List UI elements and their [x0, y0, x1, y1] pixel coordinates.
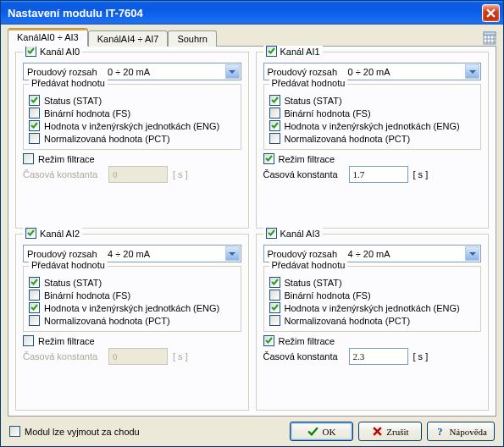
channel-group-ai2: Kanál AI2 Proudový rozsah 4 ÷ 20 mA Před…: [15, 234, 249, 411]
help-button[interactable]: ? Nápověda: [427, 422, 495, 441]
filter-mode-checkbox[interactable]: [263, 335, 274, 346]
tab-label: KanálAI0 ÷ AI3: [17, 32, 79, 42]
range-value: 4 ÷ 20 mA: [348, 249, 390, 259]
pct-checkbox[interactable]: [29, 315, 40, 326]
transmit-group: Předávat hodnotu Status (STAT) Binární h…: [263, 266, 482, 332]
status-checkbox[interactable]: [29, 277, 40, 288]
question-icon: ?: [435, 426, 446, 437]
cancel-button[interactable]: Zrušit: [358, 422, 422, 441]
close-button[interactable]: [482, 4, 500, 22]
tab-label: Souhrn: [177, 34, 207, 44]
dialog-window: Nastavení modulu IT-7604 KanálAI0 ÷ AI3 …: [0, 0, 504, 447]
eng-checkbox[interactable]: [269, 302, 280, 313]
time-constant-input[interactable]: [349, 348, 408, 365]
channel-title: Kanál AI0: [40, 47, 80, 57]
unit-label: [ s ]: [173, 351, 188, 361]
tab-summary[interactable]: Souhrn: [168, 30, 216, 47]
status-checkbox[interactable]: [269, 277, 280, 288]
channel-group-ai1: Kanál AI1 Proudový rozsah 0 ÷ 20 mA Před…: [256, 52, 490, 229]
transmit-group: Předávat hodnotu Status (STAT) Binární h…: [23, 266, 241, 332]
binary-label: Binární hodnota (FS): [285, 108, 371, 119]
grid-view-icon[interactable]: [483, 31, 496, 45]
chevron-down-icon: [225, 246, 240, 261]
filter-mode-checkbox[interactable]: [263, 153, 274, 164]
tab-label: KanálAI4 ÷ AI7: [97, 34, 159, 44]
pct-label: Normalizovaná hodnota (PCT): [44, 134, 170, 144]
channel-enable-checkbox[interactable]: [266, 228, 277, 239]
time-constant-input[interactable]: [349, 166, 408, 183]
filter-mode-label: Režim filtrace: [38, 154, 95, 164]
tab-panel: Kanál AI0 Proudový rozsah 0 ÷ 20 mA Před…: [8, 46, 496, 417]
range-field-label: Proudový rozsah: [268, 249, 348, 259]
channel-group-ai3: Kanál AI3 Proudový rozsah 4 ÷ 20 mA Před…: [256, 234, 490, 411]
tab-ai4-ai7[interactable]: KanálAI4 ÷ AI7: [88, 30, 169, 47]
eng-checkbox[interactable]: [29, 302, 40, 313]
channel-legend: Kanál AI2: [23, 228, 82, 239]
binary-checkbox[interactable]: [269, 290, 280, 301]
transmit-legend: Předávat hodnotu: [29, 78, 108, 88]
channel-title: Kanál AI3: [280, 229, 320, 239]
status-label: Status (STAT): [44, 278, 102, 288]
titlebar: Nastavení modulu IT-7604: [1, 1, 503, 25]
button-label: Nápověda: [449, 427, 487, 437]
status-label: Status (STAT): [285, 278, 342, 288]
channel-legend: Kanál AI3: [263, 228, 323, 239]
transmit-group: Předávat hodnotu Status (STAT) Binární h…: [23, 84, 241, 150]
tab-ai0-ai3[interactable]: KanálAI0 ÷ AI3: [8, 28, 88, 47]
channel-title: Kanál AI2: [40, 229, 80, 239]
svg-rect-7: [484, 32, 496, 35]
unit-label: [ s ]: [413, 169, 429, 179]
unit-label: [ s ]: [413, 351, 429, 361]
transmit-legend: Předávat hodnotu: [29, 260, 108, 270]
status-label: Status (STAT): [285, 96, 342, 106]
button-label: Zrušit: [386, 427, 408, 437]
time-constant-label: Časová konstanta: [23, 169, 103, 179]
range-field-label: Proudový rozsah: [27, 249, 108, 259]
channel-enable-checkbox[interactable]: [266, 46, 277, 57]
binary-checkbox[interactable]: [29, 108, 40, 119]
unit-label: [ s ]: [173, 169, 188, 179]
pct-checkbox[interactable]: [269, 315, 280, 326]
pct-checkbox[interactable]: [269, 133, 280, 144]
range-value: 4 ÷ 20 mA: [108, 249, 150, 259]
filter-mode-label: Režim filtrace: [38, 336, 95, 346]
binary-checkbox[interactable]: [29, 290, 40, 301]
filter-mode-checkbox[interactable]: [23, 153, 34, 164]
time-constant-label: Časová konstanta: [263, 169, 344, 179]
dialog-footer: Modul lze vyjmout za chodu OK Zrušit ? N…: [8, 417, 496, 443]
eng-checkbox[interactable]: [29, 120, 40, 131]
button-label: OK: [322, 427, 335, 437]
binary-label: Binární hodnota (FS): [44, 108, 130, 119]
close-icon: [486, 8, 496, 18]
pct-label: Normalizovaná hodnota (PCT): [285, 316, 411, 326]
range-field-label: Proudový rozsah: [268, 67, 348, 77]
time-constant-label: Časová konstanta: [263, 351, 344, 361]
channel-legend: Kanál AI0: [23, 46, 82, 57]
status-label: Status (STAT): [44, 96, 102, 106]
binary-checkbox[interactable]: [269, 108, 280, 119]
eng-checkbox[interactable]: [269, 120, 280, 131]
time-constant-input: [108, 166, 168, 183]
pct-label: Normalizovaná hodnota (PCT): [44, 316, 170, 326]
pct-checkbox[interactable]: [29, 133, 40, 144]
filter-mode-label: Režim filtrace: [279, 154, 335, 164]
channel-legend: Kanál AI1: [263, 46, 323, 57]
time-constant-input: [108, 348, 168, 365]
binary-label: Binární hodnota (FS): [44, 290, 130, 301]
channel-enable-checkbox[interactable]: [25, 46, 36, 57]
cross-icon: [372, 426, 383, 437]
status-checkbox[interactable]: [29, 95, 40, 106]
transmit-legend: Předávat hodnotu: [269, 260, 348, 270]
channel-title: Kanál AI1: [280, 47, 320, 57]
hot-swap-label: Modul lze vyjmout za chodu: [25, 427, 140, 437]
range-field-label: Proudový rozsah: [27, 67, 108, 77]
status-checkbox[interactable]: [269, 95, 280, 106]
window-title: Nastavení modulu IT-7604: [8, 7, 482, 19]
eng-label: Hodnota v inženýrských jednotkách (ENG): [285, 121, 460, 131]
eng-label: Hodnota v inženýrských jednotkách (ENG): [44, 121, 219, 131]
hot-swap-checkbox[interactable]: [9, 426, 20, 437]
filter-mode-checkbox[interactable]: [23, 335, 34, 346]
ok-button[interactable]: OK: [290, 422, 353, 441]
channel-enable-checkbox[interactable]: [25, 228, 36, 239]
check-icon: [307, 426, 318, 437]
